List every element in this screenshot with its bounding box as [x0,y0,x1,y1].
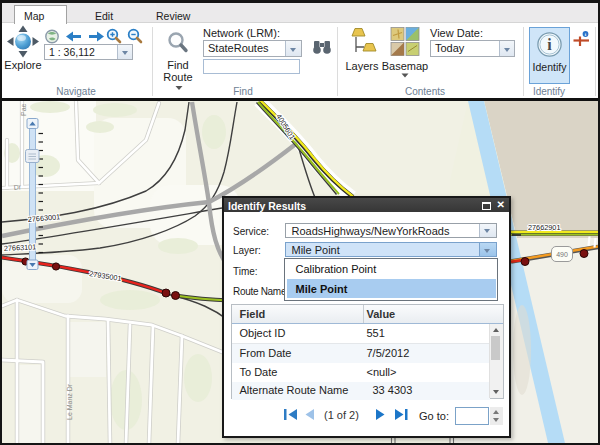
svg-text:Dr: Dr [13,183,22,191]
svg-text:Pae: Pae [20,103,27,116]
svg-text:490: 490 [556,251,568,258]
svg-text:i: i [547,36,552,53]
svg-text:27662901: 27662901 [528,223,560,232]
svg-text:27663101: 27663101 [4,242,37,253]
svg-text:Le Manz Dr: Le Manz Dr [66,383,73,420]
